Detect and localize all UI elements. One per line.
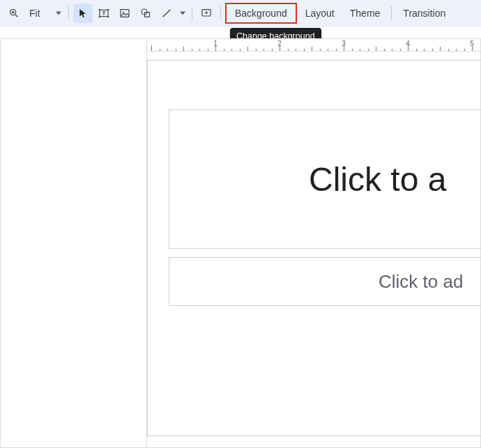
background-label: Background xyxy=(235,8,287,19)
caret-down-icon xyxy=(180,11,185,15)
ruler-label: 3 xyxy=(342,40,346,47)
svg-rect-8 xyxy=(107,16,109,17)
shape-icon xyxy=(140,8,151,19)
background-button[interactable]: Background xyxy=(225,3,297,24)
caret-down-icon xyxy=(56,11,61,15)
subtitle-placeholder-text: Click to ad xyxy=(379,271,463,293)
insert-image-button[interactable] xyxy=(115,3,135,23)
ruler-tick xyxy=(368,49,369,51)
ruler-tick xyxy=(183,47,184,51)
layout-label: Layout xyxy=(305,8,335,19)
ruler-tick xyxy=(208,49,208,51)
ruler-tick xyxy=(464,49,465,51)
image-icon xyxy=(119,8,130,19)
ruler-tick xyxy=(224,49,224,51)
transition-label: Transition xyxy=(403,8,445,19)
ruler-tick xyxy=(384,49,385,51)
filmstrip-area xyxy=(1,39,147,447)
ruler-tick xyxy=(416,49,417,51)
zoom-tool-button[interactable] xyxy=(4,3,24,23)
ruler-tick xyxy=(296,49,296,51)
zoom-value: Fit xyxy=(29,8,40,19)
ruler-tick xyxy=(456,49,457,51)
ruler-tick xyxy=(320,49,321,51)
shape-tool-button[interactable] xyxy=(136,3,155,23)
ruler-tick xyxy=(167,49,168,51)
ruler-tick xyxy=(256,49,257,51)
line-tool-button[interactable] xyxy=(157,3,176,23)
ruler-label: 5 xyxy=(470,40,474,47)
cursor-icon xyxy=(77,8,89,19)
ruler-tick xyxy=(480,49,481,51)
toolbar: Fit Background Layout Theme xyxy=(0,0,481,26)
ruler-tick xyxy=(448,49,449,51)
svg-point-11 xyxy=(142,9,147,15)
slide[interactable]: Click to a Click to ad xyxy=(147,60,481,436)
ruler-tick xyxy=(247,47,248,51)
layout-button[interactable]: Layout xyxy=(298,3,342,23)
ruler-tick xyxy=(336,49,337,51)
ruler-tick xyxy=(264,49,264,51)
transition-button[interactable]: Transition xyxy=(396,3,452,23)
ruler-tick xyxy=(400,49,401,51)
ruler-tick xyxy=(272,49,273,51)
ruler-tick xyxy=(352,49,353,51)
svg-rect-7 xyxy=(99,16,100,17)
ruler-tick xyxy=(160,49,160,51)
svg-line-13 xyxy=(163,9,171,17)
ruler-tick xyxy=(231,49,232,51)
ruler-tick xyxy=(176,49,176,51)
separator xyxy=(391,6,392,20)
ruler-tick xyxy=(440,47,441,51)
ruler-tick xyxy=(392,49,392,51)
ruler-tick xyxy=(360,49,360,51)
svg-rect-5 xyxy=(99,9,100,10)
svg-rect-6 xyxy=(107,9,109,10)
horizontal-ruler: /* generated below via binding loop for … xyxy=(147,39,480,52)
ruler-label: 4 xyxy=(406,40,410,47)
ruler-label: 1 xyxy=(213,40,217,47)
theme-label: Theme xyxy=(350,8,381,19)
separator xyxy=(220,6,221,20)
separator xyxy=(68,6,69,20)
theme-button[interactable]: Theme xyxy=(343,3,388,23)
ruler-tick xyxy=(328,49,328,51)
svg-line-1 xyxy=(15,15,17,17)
ruler-label: 2 xyxy=(277,40,282,47)
ruler-tick xyxy=(424,49,425,51)
comment-plus-icon xyxy=(201,8,212,19)
zoom-icon xyxy=(8,8,20,19)
ruler-tick xyxy=(432,49,433,51)
ruler-tick xyxy=(192,49,192,51)
textbox-tool-button[interactable] xyxy=(94,3,114,23)
ruler-tick xyxy=(312,47,312,51)
subtitle-placeholder[interactable]: Click to ad xyxy=(169,257,481,306)
add-comment-button[interactable] xyxy=(197,3,216,23)
line-icon xyxy=(161,8,172,19)
textbox-icon xyxy=(98,8,109,19)
ruler-tick xyxy=(288,49,289,51)
canvas-area: /* generated below via binding loop for … xyxy=(0,38,481,448)
select-tool-button[interactable] xyxy=(73,3,93,23)
line-tool-caret[interactable] xyxy=(178,3,188,23)
ruler-tick xyxy=(151,45,152,51)
title-placeholder-text: Click to a xyxy=(309,160,446,199)
ruler-tick xyxy=(376,47,376,51)
zoom-dropdown[interactable]: Fit xyxy=(24,3,64,23)
title-placeholder[interactable]: Click to a xyxy=(169,109,481,249)
zoom-group: Fit xyxy=(4,3,64,23)
ruler-tick xyxy=(240,49,240,51)
separator xyxy=(192,6,192,20)
svg-rect-9 xyxy=(121,9,129,17)
ruler-tick xyxy=(199,49,200,51)
ruler-tick xyxy=(304,49,305,51)
